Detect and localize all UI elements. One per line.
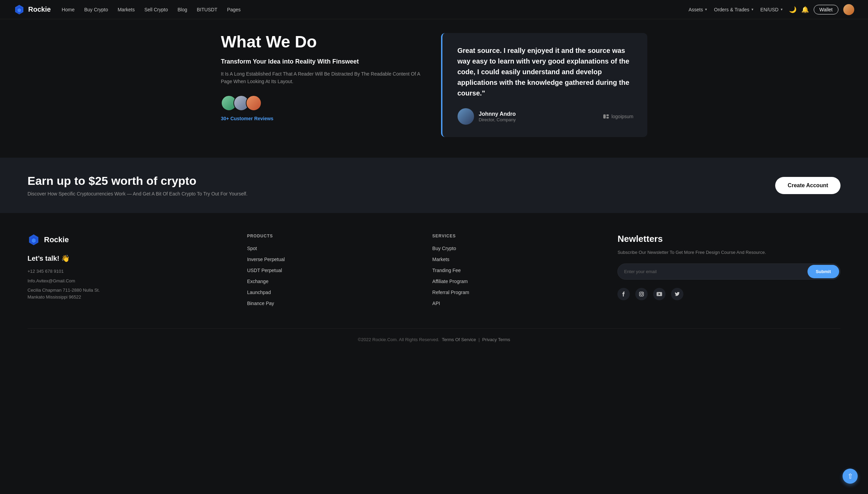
logo[interactable]: Rockie [14, 4, 51, 15]
instagram-icon[interactable] [635, 288, 648, 300]
product-spot[interactable]: Spot [247, 245, 419, 251]
reviews-label: Customer Reviews [230, 116, 273, 121]
footer-newsletter-col: Newletters Subscribe Our Newsletter To G… [617, 234, 840, 311]
reviews-count: 30+ [221, 116, 229, 121]
nav-item-sell-crypto[interactable]: Sell Crypto [144, 7, 168, 13]
dark-mode-toggle[interactable]: 🌙 [789, 6, 796, 13]
cta-description: Discover How Specific Cryptocurrencies W… [28, 191, 248, 197]
cta-title: Earn up to $25 worth of crypto [28, 174, 248, 188]
person-title: Director, Company [479, 117, 516, 122]
facebook-icon[interactable] [617, 288, 630, 300]
social-icons [617, 288, 840, 300]
service-markets[interactable]: Markets [432, 256, 604, 262]
description: It Is A Long Established Fact That A Rea… [221, 70, 420, 86]
footer-logo-text: Rockie [44, 235, 69, 244]
products-heading: PRODUCTS [247, 234, 419, 238]
service-tranding-fee[interactable]: Tranding Fee [432, 267, 604, 273]
nav-assets[interactable]: Assets▾ [689, 7, 707, 12]
service-api[interactable]: API [432, 300, 604, 306]
create-account-button[interactable]: Create Account [775, 177, 840, 194]
lets-talk: Let’s talk! 👋 [28, 254, 233, 262]
testimonial-footer: Johnny Andro Director, Company logoipsum [458, 108, 634, 125]
product-exchange[interactable]: Exchange [247, 278, 419, 284]
footer-products-col: PRODUCTS Spot Inverse Perpetual USDT Per… [247, 234, 419, 311]
svg-point-10 [640, 293, 642, 295]
footer-logo-icon [28, 234, 40, 246]
nav-item-home[interactable]: Home [62, 7, 75, 13]
person-name: Johnny Andro [479, 111, 516, 117]
nav-item-buy-crypto[interactable]: Buy Crypto [84, 7, 108, 13]
newsletter-description: Subscribe Our Newsletter To Get More Fre… [617, 249, 840, 256]
product-inverse-perpetual[interactable]: Inverse Perpetual [247, 256, 419, 262]
nav-en-usd[interactable]: EN/USD▾ [760, 7, 783, 12]
svg-rect-4 [606, 114, 609, 116]
logo-icon [14, 4, 25, 15]
reviews-text: 30+ Customer Reviews [221, 116, 420, 121]
user-avatar[interactable] [843, 4, 854, 15]
nav-item-markets[interactable]: Markets [118, 7, 135, 13]
scroll-to-top-button[interactable]: ⇧ [843, 469, 858, 484]
logo-text: Rockie [28, 5, 51, 13]
footer-bottom: ©2022 Rockie.Com. All Rights Reserved. T… [28, 328, 840, 342]
nav-right-links: Assets▾ Orders & Trades▾ EN/USD▾ [689, 7, 783, 12]
product-binance-pay[interactable]: Binance Pay [247, 300, 419, 306]
testimonial-card: Great source. I really enjoyed it and th… [441, 33, 647, 137]
footer: Rockie Let’s talk! 👋 +12 345 678 9101 In… [0, 213, 868, 352]
email: Info.Avitex@Gmail.Com [28, 278, 233, 284]
left-section: What We Do Transform Your Idea into Real… [221, 33, 420, 121]
person-avatar [458, 108, 474, 125]
services-heading: SERVICES [432, 234, 604, 238]
youtube-icon[interactable] [653, 288, 666, 300]
nav-links: Home Buy Crypto Markets Sell Crypto Blog… [62, 7, 241, 13]
product-launchpad[interactable]: Launchpad [247, 289, 419, 295]
services-list: Buy Crypto Markets Tranding Fee Affiliat… [432, 245, 604, 306]
service-buy-crypto[interactable]: Buy Crypto [432, 245, 604, 251]
logoipsum-text: logoipsum [612, 114, 634, 119]
svg-rect-9 [639, 292, 644, 296]
newsletter-title: Newletters [617, 234, 840, 244]
testimonial-person: Johnny Andro Director, Company [458, 108, 516, 125]
nav-item-blog[interactable]: Blog [177, 7, 187, 13]
wallet-button[interactable]: Wallet [814, 5, 838, 14]
products-list: Spot Inverse Perpetual USDT Perpetual Ex… [247, 245, 419, 306]
right-section: Great source. I really enjoyed it and th… [441, 33, 647, 137]
logoipsum-icon [603, 113, 609, 120]
terms-link[interactable]: Terms Of Service [442, 337, 476, 342]
main-content: What We Do Transform Your Idea into Real… [194, 19, 675, 158]
nav-right: Assets▾ Orders & Trades▾ EN/USD▾ 🌙 🔔 Wal… [689, 4, 854, 15]
service-affiliate-program[interactable]: Affiliate Program [432, 278, 604, 284]
nav-item-pages[interactable]: Pages [227, 7, 241, 13]
newsletter-submit-button[interactable]: Submit [807, 265, 839, 278]
copyright: ©2022 Rockie.Com. All Rights Reserved. [358, 337, 439, 342]
cta-left: Earn up to $25 worth of crypto Discover … [28, 174, 248, 197]
nav-item-bitusdt[interactable]: BITUSDT [197, 7, 218, 13]
footer-logo[interactable]: Rockie [28, 234, 233, 246]
nav-icons: 🌙 🔔 Wallet [789, 4, 854, 15]
avatars-row [221, 95, 420, 111]
notifications-icon[interactable]: 🔔 [801, 6, 809, 13]
logoipsum-badge: logoipsum [603, 113, 634, 120]
nav-orders-trades[interactable]: Orders & Trades▾ [714, 7, 754, 12]
what-we-do-title: What We Do [221, 33, 420, 51]
twitter-icon[interactable] [671, 288, 683, 300]
navbar: Rockie Home Buy Crypto Markets Sell Cryp… [0, 0, 868, 19]
testimonial-text: Great source. I really enjoyed it and th… [458, 45, 634, 99]
privacy-link[interactable]: Privacy Terms [482, 337, 510, 342]
phone: +12 345 678 9101 [28, 268, 233, 275]
footer-brand: Rockie Let’s talk! 👋 +12 345 678 9101 In… [28, 234, 233, 311]
service-referral-program[interactable]: Referral Program [432, 289, 604, 295]
footer-top: Rockie Let’s talk! 👋 +12 345 678 9101 In… [28, 234, 840, 311]
newsletter-email-input[interactable] [618, 265, 806, 278]
cta-section: Earn up to $25 worth of crypto Discover … [0, 158, 868, 213]
newsletter-form: Submit [617, 263, 840, 280]
reviewer-avatar-3 [246, 95, 262, 111]
svg-rect-3 [603, 114, 606, 119]
subtitle: Transform Your Idea into Reality With Fi… [221, 58, 420, 65]
nav-left: Rockie Home Buy Crypto Markets Sell Cryp… [14, 4, 241, 15]
product-usdt-perpetual[interactable]: USDT Perpetual [247, 267, 419, 273]
footer-services-col: SERVICES Buy Crypto Markets Tranding Fee… [432, 234, 604, 311]
address: Cecilia Chapman 711-2880 Nulla St.Mankat… [28, 287, 233, 300]
person-info: Johnny Andro Director, Company [479, 111, 516, 122]
svg-point-11 [642, 292, 643, 293]
svg-rect-5 [606, 117, 609, 119]
